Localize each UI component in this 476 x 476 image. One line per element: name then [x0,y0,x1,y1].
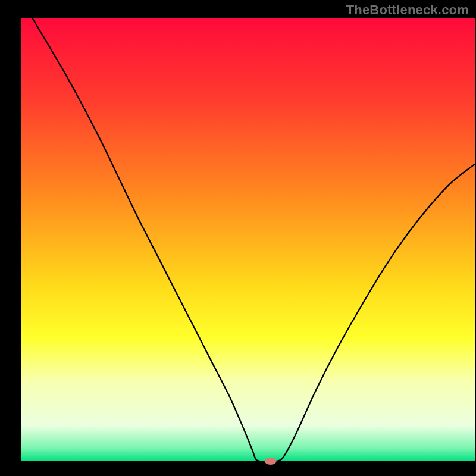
bottleneck-chart [0,0,476,476]
chart-background [21,18,475,461]
chart-frame: { "watermark": "TheBottleneck.com", "cha… [0,0,476,476]
optimal-point-marker [265,458,277,465]
